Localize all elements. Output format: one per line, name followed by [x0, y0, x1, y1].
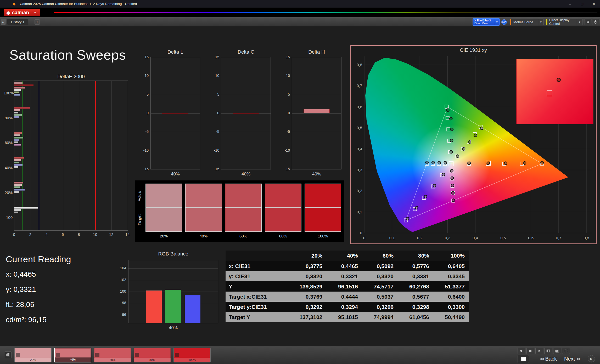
source-dropdown-chevron-icon[interactable]: ▼: [538, 19, 543, 25]
deltae-x-tick: 0: [10, 232, 18, 237]
deltae-x-tick: 2: [26, 232, 34, 237]
deltae-chart-title: DeltaE 2000: [14, 74, 128, 79]
svg-text:0,2: 0,2: [357, 189, 362, 193]
deltae-bar: [14, 164, 23, 166]
chart-plot-area: [150, 57, 200, 169]
table-row-target-y: Target Y137,310295,181574,999461,045650,…: [226, 312, 469, 322]
deltae-row-label: 100%: [4, 91, 13, 95]
pattern-window-button[interactable]: [518, 355, 529, 363]
svg-text:0,7: 0,7: [556, 236, 561, 240]
table-cell: 51,3377: [433, 283, 469, 290]
back-button[interactable]: ◀◀ Back: [540, 355, 557, 363]
rgb-bar-blue: [185, 295, 200, 323]
app-diamond-icon: ◆: [13, 2, 16, 6]
deltae-bar: [14, 184, 22, 186]
back-label: Back: [545, 356, 557, 362]
svg-text:0,1: 0,1: [357, 210, 362, 214]
stop-icon: [528, 349, 532, 353]
svg-text:0,6: 0,6: [528, 236, 534, 240]
grid-line-horizontal: [221, 76, 271, 76]
meter-select-button[interactable]: X-Rite i1Pro 3 Direct View ▼: [473, 18, 500, 26]
results-table: 20%40%60%80%100%x: CIE310,37750,44650,50…: [226, 251, 469, 322]
pattern-swatch-button-20%[interactable]: 20%: [14, 348, 52, 362]
minimize-button[interactable]: –: [564, 0, 576, 8]
calman-logo-button[interactable]: ◆ calman ▼: [4, 9, 40, 16]
grid-line-horizontal: [221, 132, 271, 132]
deltae-bar: [14, 186, 20, 188]
pattern-swatch-button-80%[interactable]: 80%: [134, 348, 171, 362]
film-button[interactable]: [544, 348, 552, 354]
loop-button[interactable]: [562, 348, 570, 354]
delta-value-bar: [304, 109, 330, 113]
add-tab-button[interactable]: +: [35, 19, 40, 25]
play-button[interactable]: [535, 348, 543, 354]
display-dropdown-chevron-icon[interactable]: ▼: [577, 19, 582, 25]
settings-button[interactable]: [585, 19, 591, 25]
table-cell: 0,3292: [291, 304, 327, 310]
grid-line-horizontal: [292, 95, 341, 95]
pattern-swatch-button-60%[interactable]: 60%: [94, 348, 131, 362]
pattern-swatch-label: 80%: [134, 358, 171, 362]
play-icon: [537, 349, 541, 353]
next-arrows-icon: ▶▶: [577, 357, 580, 361]
delta-value-bar: [162, 113, 188, 114]
table-column-header: 60%: [362, 253, 398, 259]
snapshot-button[interactable]: [553, 348, 561, 354]
close-button[interactable]: ×: [588, 0, 600, 8]
swatch-actual-100%: [305, 184, 341, 208]
title-bar: ◆ Calman 2025 Calman Ultimate for Busine…: [0, 0, 600, 8]
swatch-target-60%: [225, 208, 262, 232]
advance-button[interactable]: ▶: [588, 355, 595, 362]
panel-expander-button[interactable]: ▸: [1, 19, 5, 25]
tab-history-1[interactable]: History 1: [7, 19, 28, 25]
swatch-actual-40%: [185, 184, 222, 208]
display-control-label: Direct Display Control: [549, 18, 577, 26]
pattern-source-button[interactable]: Mobile Forge ▼: [510, 19, 544, 25]
y-tick-label: 10: [279, 73, 290, 78]
table-cell: 0,3320: [291, 273, 327, 280]
meter-dropdown-chevron-icon[interactable]: ▼: [494, 19, 500, 25]
y-tick-label: 5: [138, 92, 149, 96]
meter-read-button[interactable]: [5, 351, 12, 358]
swatch-actual-20%: [145, 184, 182, 208]
deltae-2000-chart: DeltaE 2000 100%80%60%40%20%100024681012…: [4, 74, 131, 241]
table-cell: 0,3775: [291, 263, 327, 269]
deltae-x-tick: 4: [43, 232, 51, 237]
svg-text:0,1: 0,1: [389, 236, 395, 240]
row-label: Target y:CIE31: [226, 304, 291, 310]
swatch-target-20%: [145, 208, 182, 232]
deltae-row-label: 40%: [4, 166, 13, 170]
cie-zoom-inset: [516, 59, 593, 124]
deltae-bar: [14, 134, 20, 136]
pattern-swatch-button-40%[interactable]: 40%: [54, 348, 91, 362]
power-button[interactable]: [592, 19, 599, 25]
chart-title: Delta H: [292, 49, 341, 55]
logo-menu-chevron-icon[interactable]: ▼: [32, 11, 38, 14]
next-button[interactable]: Next ▶▶: [564, 355, 581, 363]
swatch-actual-80%: [265, 184, 301, 208]
deltae-bar: [14, 112, 18, 113]
stop-button[interactable]: [526, 348, 534, 354]
pattern-swatch-button-100%[interactable]: 100%: [173, 348, 211, 362]
maximize-button[interactable]: □: [576, 0, 588, 8]
table-header-row: 20%40%60%80%100%: [226, 251, 469, 261]
y-tick-label: 15: [279, 55, 290, 59]
chart-plot-area: [221, 57, 271, 169]
power-icon: [593, 20, 598, 24]
y-tick-label: 10: [138, 73, 149, 78]
pattern-swatch-label: 20%: [15, 358, 51, 362]
deltae-bar: [14, 189, 25, 191]
display-control-button[interactable]: Direct Display Control ▼: [546, 19, 582, 25]
deltae-x-tick: 8: [75, 232, 83, 237]
rgb-bar-green: [165, 290, 181, 323]
deltae-bar: [14, 132, 22, 134]
svg-text:0,2: 0,2: [417, 236, 423, 240]
meter-chip-icon: [16, 353, 20, 357]
table-cell: 74,5717: [362, 283, 398, 290]
y-tick-label: 15: [138, 55, 149, 59]
swatch-step-label: 20%: [145, 234, 182, 238]
y-tick-label: 0: [209, 111, 219, 115]
mute-button[interactable]: [518, 348, 525, 354]
deltae-bar: [14, 87, 25, 89]
deltae-bar: [14, 212, 18, 213]
